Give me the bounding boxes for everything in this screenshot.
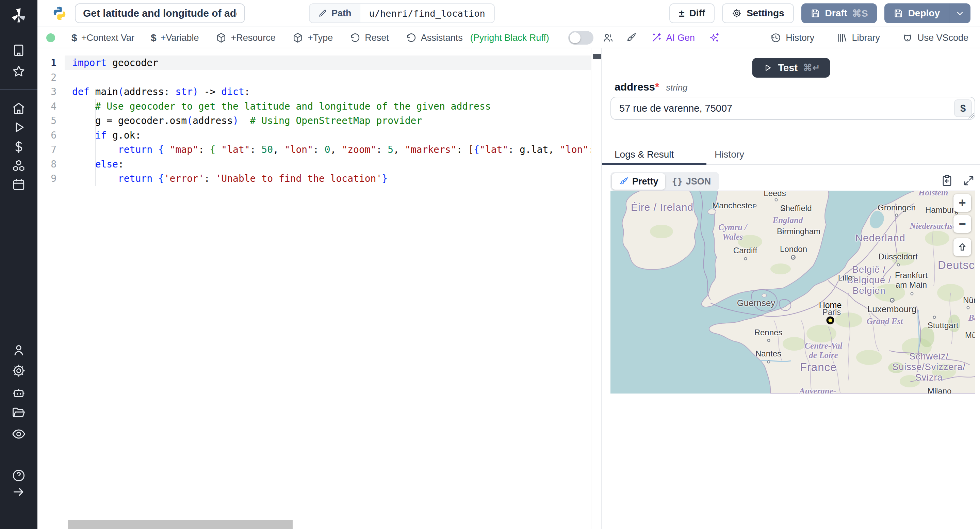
view-pretty-label: Pretty: [632, 176, 659, 187]
code-editor[interactable]: 1 2 3 4 5 6 7 8 9 import geocoder def ma…: [37, 48, 591, 529]
sidebar-item-variables[interactable]: [0, 138, 37, 156]
library-button[interactable]: Library: [836, 32, 880, 43]
assistants-button[interactable]: Assistants (Pyright Black Ruff): [405, 32, 549, 43]
deploy-label: Deploy: [908, 8, 940, 19]
sidebar-item-home[interactable]: [0, 99, 37, 117]
horizontal-scrollbar-thumb[interactable]: [68, 520, 293, 529]
test-label: Test: [778, 62, 797, 73]
building-icon: [11, 43, 26, 58]
sidebar-item-resources[interactable]: [0, 157, 37, 175]
view-json-button[interactable]: {} JSON: [665, 173, 718, 190]
address-input[interactable]: [611, 97, 975, 120]
robot-icon: [11, 386, 26, 400]
use-vscode-button[interactable]: Use VScode: [902, 32, 969, 43]
toolbar-right-group: History Library Use VScode: [748, 32, 980, 43]
diff-label: Diff: [689, 8, 705, 19]
ai-gen-button[interactable]: AI Gen: [651, 32, 695, 43]
draft-button[interactable]: Draft ⌘S: [801, 3, 877, 23]
windmill-script-editor: Path u/henri/find_location ± Diff Settin…: [0, 0, 980, 529]
argument-type: string: [666, 82, 688, 93]
sidebar-item-audit[interactable]: [0, 425, 37, 443]
format-button[interactable]: [625, 32, 637, 43]
path-editor[interactable]: Path u/henri/find_location: [309, 3, 495, 23]
magic-wand-icon: [651, 32, 662, 43]
tab-logs-result[interactable]: Logs & Result: [614, 149, 674, 160]
add-variable-button[interactable]: $ +Variable: [151, 32, 199, 43]
sidebar-item-workspace[interactable]: [0, 41, 37, 59]
add-context-var-label: +Context Var: [81, 33, 134, 43]
argument-input-wrap: $: [611, 97, 975, 120]
vertical-scrollbar-track[interactable]: [591, 48, 601, 529]
code-line: if g.ok:: [72, 128, 141, 143]
sidebar-item-favorites[interactable]: [0, 63, 37, 80]
user-icon: [11, 343, 26, 358]
sidebar-item-runs[interactable]: [0, 118, 37, 136]
line-number: 8: [37, 157, 72, 172]
expand-result-button[interactable]: [962, 174, 975, 189]
result-toolbar: Pretty {} JSON: [611, 172, 975, 191]
line-number: 6: [37, 128, 72, 143]
home-location-marker[interactable]: [827, 317, 834, 324]
city-dot-nantes: [767, 360, 770, 363]
add-resource-button[interactable]: +Resource: [215, 32, 275, 43]
lift-arrow-icon: [957, 242, 967, 252]
deploy-button[interactable]: Deploy: [885, 3, 949, 23]
line-number: 7: [37, 142, 72, 157]
sidebar-item-users[interactable]: [0, 341, 37, 359]
cat-icon: [902, 32, 913, 43]
assistants-label: Assistants: [421, 33, 463, 43]
ai-sparkles-button[interactable]: [708, 32, 720, 43]
map-zoom-out-button[interactable]: −: [953, 215, 971, 233]
multiplayer-toggle[interactable]: [568, 31, 593, 45]
map-zoom-in-button[interactable]: +: [953, 194, 971, 212]
view-pretty-button[interactable]: Pretty: [612, 173, 665, 190]
test-button[interactable]: Test ⌘↵: [752, 58, 830, 78]
line-number: 1: [37, 56, 72, 70]
toggle-knob: [570, 32, 581, 43]
line-number: 9: [37, 171, 72, 186]
sparkles-icon: [708, 32, 720, 43]
refresh-icon: [349, 32, 361, 43]
reset-button[interactable]: Reset: [349, 32, 389, 43]
pane-divider[interactable]: [601, 48, 601, 529]
argument-row: address* string: [614, 81, 688, 93]
windmill-logo-icon[interactable]: [0, 3, 37, 27]
deploy-options-button[interactable]: [949, 3, 970, 23]
sidebar-item-schedules[interactable]: [0, 176, 37, 193]
sidebar-item-collapse[interactable]: [0, 483, 37, 501]
ai-gen-label: AI Gen: [666, 33, 695, 43]
map-canvas: [611, 191, 975, 394]
multiplayer-users-button[interactable]: [602, 32, 614, 43]
copy-result-button[interactable]: [940, 174, 953, 189]
pane-resize-handle[interactable]: [593, 54, 601, 59]
sidebar-item-help[interactable]: [0, 467, 37, 484]
dollar-icon: [11, 140, 26, 155]
add-context-var-button[interactable]: $ +Context Var: [72, 32, 134, 43]
map-recenter-button[interactable]: [953, 238, 971, 256]
diff-button[interactable]: ± Diff: [669, 3, 714, 23]
gear-icon: [732, 8, 742, 18]
top-bar: Path u/henri/find_location ± Diff Settin…: [37, 0, 980, 27]
sidebar-item-settings[interactable]: [0, 362, 37, 379]
result-map[interactable]: Éire / Ireland Leeds Manchester Sheffiel…: [611, 191, 975, 394]
code-line: else:: [72, 157, 124, 172]
tab-history[interactable]: History: [714, 149, 744, 160]
script-title-input[interactable]: [75, 3, 245, 23]
code-line: return {'error': 'Unable to find the loc…: [72, 171, 388, 186]
city-dot-nurnberg: [967, 306, 970, 309]
history-button[interactable]: History: [770, 32, 814, 43]
add-type-button[interactable]: +Type: [292, 32, 333, 43]
city-dot-frankfurt: [911, 292, 914, 295]
line-number: 5: [37, 113, 72, 128]
sidebar-item-workers[interactable]: [0, 384, 37, 402]
chevron-down-icon: [955, 8, 965, 18]
settings-button[interactable]: Settings: [722, 3, 794, 23]
resize-handle-icon[interactable]: [969, 113, 974, 118]
add-type-label: +Type: [308, 33, 333, 43]
pencil-icon: [318, 8, 327, 18]
sidebar-divider: [0, 89, 37, 90]
sidebar-item-folders[interactable]: [0, 404, 37, 421]
view-json-label: JSON: [686, 176, 711, 187]
argument-name: address: [614, 81, 655, 93]
path-value: u/henri/find_location: [360, 4, 494, 22]
